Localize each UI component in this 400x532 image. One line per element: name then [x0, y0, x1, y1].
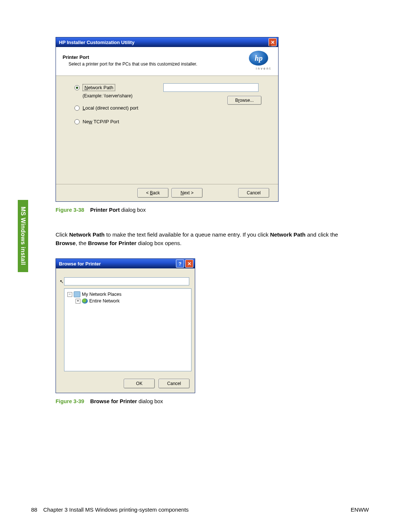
network-places-icon: [74, 291, 80, 297]
figure-caption-2: Figure 3-39 Browse for Printer dialog bo…: [56, 398, 352, 404]
dialog-body: ↖ − My Network Places + Entire Network: [56, 268, 195, 374]
printer-port-dialog: HP Installer Customization Utility ✕ Pri…: [56, 37, 279, 202]
dialog-titlebar: HP Installer Customization Utility ✕: [56, 37, 278, 47]
page-footer: 88 Chapter 3 Install MS Windows printing…: [31, 506, 369, 513]
globe-icon: [82, 298, 88, 304]
radio-label: Network Path: [83, 84, 115, 91]
header-text: Printer Port Select a printer port for t…: [63, 54, 197, 67]
radio-icon: [74, 85, 80, 90]
hp-invent-text: invent: [256, 67, 271, 70]
caption-bold: Browse for Printer: [90, 398, 137, 404]
tree-node-child[interactable]: + Entire Network: [67, 298, 188, 304]
header-subtitle: Select a printer port for the PCs that u…: [63, 61, 197, 67]
printer-path-row: ↖: [61, 277, 190, 285]
dialog-header: Printer Port Select a printer port for t…: [56, 47, 278, 76]
caption-rest: dialog box: [120, 207, 146, 213]
hp-logo: hp ® invent: [249, 51, 271, 70]
ok-button[interactable]: OK: [124, 379, 155, 388]
printer-path-input[interactable]: [64, 277, 189, 285]
radio-icon: [74, 106, 80, 111]
body-paragraph: Click Network Path to make the text fiel…: [56, 231, 352, 247]
close-icon[interactable]: ✕: [185, 260, 193, 268]
dialog-footer: OK Cancel: [56, 374, 195, 393]
radio-tcpip-port[interactable]: New TCP/IP Port: [74, 119, 266, 124]
radio-icon: [74, 119, 80, 124]
tree-label: Entire Network: [89, 298, 120, 304]
collapse-icon[interactable]: −: [67, 292, 72, 297]
cursor-icon: ↖: [60, 279, 64, 284]
back-button[interactable]: < Back: [137, 188, 169, 198]
dialog-title: HP Installer Customization Utility: [59, 40, 134, 45]
tree-node-root[interactable]: − My Network Places: [67, 291, 188, 298]
radio-label: Local (direct connect) port: [83, 105, 138, 111]
radio-local-port[interactable]: Local (direct connect) port: [74, 105, 266, 111]
figure-caption-1: Figure 3-38 Printer Port dialog box: [56, 207, 352, 213]
caption-bold: Printer Port: [90, 207, 120, 213]
figure-number: Figure 3-38: [56, 207, 84, 213]
footer-right: ENWW: [351, 506, 369, 513]
radio-label: New TCP/IP Port: [83, 119, 119, 124]
browse-for-printer-dialog: Browse for Printer ? ✕ ↖ − My Network Pl…: [56, 258, 195, 393]
page-number: 88: [31, 506, 37, 513]
hp-logo-icon: hp: [249, 51, 268, 66]
cancel-button[interactable]: Cancel: [159, 379, 190, 388]
next-button[interactable]: Next >: [171, 188, 203, 198]
help-icon[interactable]: ?: [176, 260, 184, 268]
figure-number: Figure 3-39: [56, 398, 84, 404]
dialog-footer: < Back Next > Cancel: [56, 184, 278, 201]
dialog-title: Browse for Printer: [59, 261, 101, 267]
chapter-title: Chapter 3 Install MS Windows printing-sy…: [43, 506, 189, 513]
titlebar-buttons: ? ✕: [176, 260, 193, 268]
header-title: Printer Port: [63, 54, 197, 60]
tree-label: My Network Places: [82, 292, 121, 297]
dialog-titlebar: Browse for Printer ? ✕: [56, 259, 195, 268]
page-content: HP Installer Customization Utility ✕ Pri…: [56, 37, 352, 404]
side-tab: MS Windows install: [18, 200, 28, 272]
network-tree[interactable]: − My Network Places + Entire Network: [64, 288, 191, 371]
network-path-input[interactable]: [163, 83, 259, 92]
dialog-body: Network Path (Example: \\server\share) B…: [56, 76, 278, 184]
browse-button[interactable]: Browse...: [227, 96, 261, 105]
expand-icon[interactable]: +: [76, 299, 80, 304]
caption-rest: dialog box: [137, 398, 163, 404]
cancel-button[interactable]: Cancel: [238, 188, 269, 198]
registered-mark: ®: [269, 44, 271, 48]
